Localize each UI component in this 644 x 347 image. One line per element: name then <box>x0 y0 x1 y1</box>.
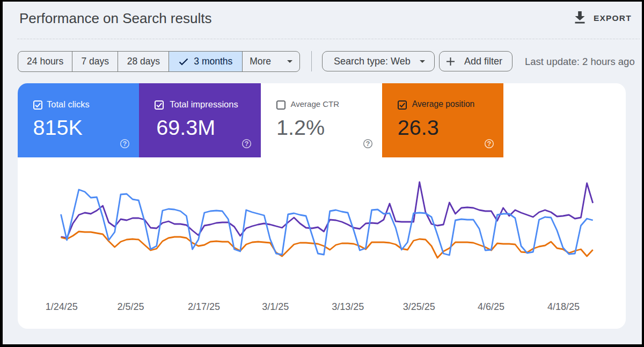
svg-text:?: ? <box>365 140 370 148</box>
svg-text:?: ? <box>244 140 248 148</box>
svg-text:?: ? <box>123 140 127 148</box>
svg-text:?: ? <box>487 140 492 148</box>
